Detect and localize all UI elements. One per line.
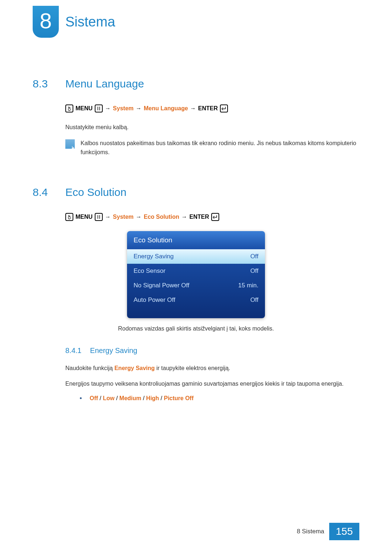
subsection-number: 8.4.1: [65, 346, 81, 354]
hand-icon: [65, 104, 73, 112]
path-enter: ENTER: [198, 105, 218, 112]
separator: /: [159, 395, 164, 401]
note-icon: [65, 139, 75, 149]
chapter-title: Sistema: [65, 14, 115, 30]
chapter-number-badge: 8: [33, 6, 59, 38]
enter-icon: [211, 213, 219, 221]
section-heading: 8.4 Eco Solution: [33, 186, 359, 198]
osd-row[interactable]: Energy SavingOff: [127, 249, 265, 264]
osd-row[interactable]: Auto Power OffOff: [127, 293, 265, 307]
section-number: 8.3: [33, 78, 54, 90]
chapter-header: 8 Sistema: [33, 6, 359, 38]
path-menu-language: Menu Language: [144, 105, 188, 112]
arrow-icon: →: [105, 214, 111, 220]
osd-row-value: Off: [250, 296, 258, 304]
osd-row[interactable]: No Signal Power Off15 min.: [127, 278, 265, 293]
arrow-icon: →: [181, 214, 187, 220]
path-system: System: [113, 214, 134, 220]
note: Kalbos nuostatos pakeitimas bus taikomas…: [65, 139, 359, 157]
svg-rect-0: [96, 107, 101, 110]
arrow-icon: →: [190, 105, 196, 112]
section-eco-solution: 8.4 Eco Solution MENU → System → Eco Sol…: [33, 186, 359, 402]
path-eco-solution: Eco Solution: [144, 214, 179, 220]
path-menu: MENU: [75, 105, 93, 112]
menu-path: MENU → System → Eco Solution → ENTER: [65, 213, 359, 221]
osd-row[interactable]: Eco SensorOff: [127, 264, 265, 278]
osd-body: Energy SavingOffEco SensorOffNo Signal P…: [127, 249, 265, 318]
body-text: Nustatykite meniu kalbą.: [65, 123, 359, 132]
osd-row-label: No Signal Power Off: [134, 282, 189, 289]
subsection-title: Energy Saving: [90, 346, 137, 354]
note-text: Kalbos nuostatos pakeitimas bus taikomas…: [81, 139, 359, 157]
section-title: Menu Language: [65, 78, 144, 90]
footer-page-number: 155: [329, 523, 359, 540]
text: ir taupykite elektros energiją.: [155, 365, 230, 371]
text: Naudokite funkciją: [65, 365, 114, 371]
osd-row-label: Energy Saving: [134, 253, 174, 260]
enter-icon: [220, 104, 228, 112]
footer: 8 Sistema 155: [297, 523, 359, 540]
osd-row-value: Off: [250, 253, 258, 260]
svg-rect-3: [96, 215, 101, 219]
path-enter: ENTER: [189, 214, 209, 220]
option: Picture Off: [164, 395, 193, 401]
menu-path: MENU → System → Menu Language → ENTER: [65, 104, 359, 112]
arrow-icon: →: [105, 105, 111, 112]
arrow-icon: →: [136, 105, 142, 112]
osd-row-value: Off: [250, 267, 258, 275]
osd-row-label: Auto Power Off: [134, 296, 175, 304]
section-heading: 8.3 Menu Language: [33, 78, 359, 90]
footer-label: 8 Sistema: [297, 528, 330, 535]
osd-row-label: Eco Sensor: [134, 267, 166, 275]
grid-icon: [95, 104, 103, 112]
hand-icon: [65, 213, 73, 221]
body-text: Energijos taupymo veiksena kontroliuojam…: [65, 379, 359, 389]
arrow-icon: →: [136, 214, 142, 220]
option: Low: [103, 395, 114, 401]
bullet-icon: [80, 397, 82, 399]
emphasis: Energy Saving: [114, 365, 155, 371]
path-system: System: [113, 105, 134, 112]
body-text: Naudokite funkciją Energy Saving ir taup…: [65, 364, 359, 373]
options-list: Off / Low / Medium / High / Picture Off: [80, 395, 359, 402]
separator: /: [98, 395, 103, 401]
option: Off: [90, 395, 98, 401]
osd-title: Eco Solution: [127, 231, 265, 249]
separator: /: [141, 395, 146, 401]
subsection-heading: 8.4.1 Energy Saving: [65, 346, 359, 355]
section-number: 8.4: [33, 186, 54, 198]
separator: /: [114, 395, 119, 401]
path-menu: MENU: [75, 214, 93, 220]
section-menu-language: 8.3 Menu Language MENU → System → Menu L…: [33, 78, 359, 157]
grid-icon: [95, 213, 103, 221]
option: High: [146, 395, 159, 401]
option: Medium: [119, 395, 141, 401]
osd-row-value: 15 min.: [238, 282, 258, 289]
section-title: Eco Solution: [65, 186, 126, 198]
osd-panel: Eco Solution Energy SavingOffEco SensorO…: [127, 231, 265, 318]
osd-caption: Rodomas vaizdas gali skirtis atsižvelgia…: [33, 325, 359, 332]
